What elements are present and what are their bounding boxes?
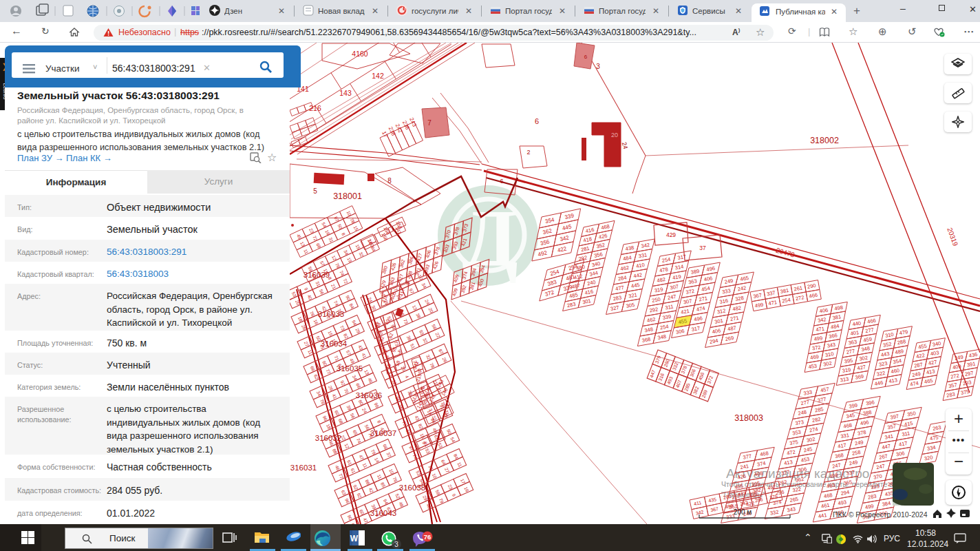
svg-text:245: 245: [803, 446, 813, 453]
svg-text:363: 363: [688, 278, 698, 285]
svg-text:301: 301: [582, 298, 592, 305]
svg-text:331: 331: [638, 251, 648, 259]
svg-text:416: 416: [584, 289, 594, 296]
svg-text:219: 219: [415, 373, 422, 382]
svg-text:2: 2: [526, 149, 530, 156]
svg-text:318001: 318001: [333, 191, 362, 201]
svg-text:8: 8: [376, 419, 382, 424]
svg-text:416: 416: [585, 227, 595, 234]
svg-text:348: 348: [657, 333, 667, 341]
svg-text:310: 310: [884, 331, 894, 339]
svg-text:417: 417: [898, 440, 908, 448]
svg-text:4160: 4160: [352, 50, 368, 58]
svg-text:92: 92: [379, 335, 385, 342]
svg-text:342: 342: [817, 316, 827, 324]
svg-text:465: 465: [924, 377, 933, 385]
svg-text:356: 356: [593, 251, 603, 259]
svg-text:372: 372: [544, 289, 555, 298]
svg-text:285: 285: [814, 406, 824, 413]
svg-text:468: 468: [823, 492, 833, 499]
svg-text:343: 343: [827, 342, 836, 349]
svg-text:37: 37: [699, 245, 706, 251]
svg-text:269: 269: [725, 335, 734, 342]
svg-text:446: 446: [874, 380, 884, 387]
svg-text:W: W: [350, 534, 359, 543]
svg-text:340: 340: [932, 340, 941, 348]
svg-text:11: 11: [303, 249, 309, 255]
svg-text:254: 254: [659, 323, 669, 331]
svg-text:302: 302: [806, 436, 816, 444]
svg-text:422: 422: [557, 245, 567, 253]
svg-text:457: 457: [820, 386, 830, 393]
svg-text:319: 319: [842, 366, 851, 374]
svg-text:333: 333: [803, 389, 813, 397]
svg-text:321: 321: [628, 291, 638, 299]
svg-text:499: 499: [864, 503, 874, 510]
svg-text:9: 9: [303, 287, 309, 291]
svg-text:427: 427: [857, 364, 866, 371]
svg-text:499: 499: [754, 302, 764, 309]
svg-text:477: 477: [615, 284, 625, 292]
svg-text:248: 248: [798, 409, 807, 417]
svg-text:242: 242: [737, 284, 747, 292]
svg-text:363: 363: [848, 339, 858, 346]
svg-text:343: 343: [787, 506, 796, 513]
svg-text:254: 254: [782, 297, 791, 304]
svg-text:484: 484: [830, 323, 840, 331]
svg-text:247: 247: [876, 463, 886, 470]
svg-text:483: 483: [826, 482, 835, 490]
svg-text:72: 72: [312, 235, 319, 242]
svg-text:319: 319: [654, 286, 663, 293]
svg-text:50: 50: [337, 223, 344, 230]
svg-text:413: 413: [888, 377, 898, 384]
svg-text:356: 356: [540, 238, 550, 247]
svg-text:354: 354: [893, 357, 902, 365]
svg-text:277: 277: [800, 399, 810, 406]
svg-text:277: 277: [846, 348, 855, 355]
svg-text:ПКК © Росреестр 2010-2024: ПКК © Росреестр 2010-2024: [833, 510, 928, 519]
svg-text:294: 294: [709, 337, 718, 345]
svg-text:316043: 316043: [370, 509, 396, 517]
svg-text:493: 493: [838, 499, 847, 506]
svg-text:484: 484: [623, 254, 632, 262]
svg-text:13: 13: [299, 241, 306, 248]
svg-text:496: 496: [860, 419, 869, 426]
svg-text:443: 443: [880, 351, 890, 358]
svg-text:462: 462: [646, 316, 656, 324]
svg-text:384: 384: [882, 500, 891, 508]
svg-text:316039: 316039: [303, 271, 330, 279]
svg-text:462: 462: [620, 264, 630, 272]
svg-text:413: 413: [784, 459, 793, 466]
svg-text:258: 258: [851, 449, 861, 457]
svg-text:415: 415: [904, 420, 913, 428]
svg-text:254: 254: [661, 256, 671, 264]
svg-text:318003: 318003: [734, 413, 763, 423]
svg-text:461: 461: [820, 502, 830, 510]
svg-text:6: 6: [500, 178, 503, 185]
svg-text:323: 323: [878, 360, 888, 368]
svg-text:426: 426: [598, 233, 608, 240]
svg-text:459: 459: [863, 336, 873, 344]
svg-text:350: 350: [907, 410, 917, 417]
svg-text:401: 401: [850, 329, 860, 337]
svg-text:465: 465: [740, 275, 749, 282]
svg-text:249: 249: [854, 439, 864, 446]
svg-text:317: 317: [691, 325, 701, 333]
svg-text:435: 435: [884, 490, 894, 497]
svg-text:310: 310: [824, 351, 834, 358]
svg-text:352: 352: [596, 242, 606, 249]
svg-text:354: 354: [544, 216, 555, 225]
svg-text:78: 78: [350, 218, 356, 225]
svg-text:142: 142: [372, 72, 384, 80]
svg-text:328: 328: [735, 295, 745, 302]
svg-text:68: 68: [315, 242, 322, 249]
svg-text:345: 345: [846, 412, 855, 419]
svg-text:435: 435: [708, 497, 717, 503]
svg-text:271: 271: [729, 315, 739, 322]
svg-text:240: 240: [586, 279, 596, 287]
svg-text:403: 403: [930, 349, 939, 357]
svg-text:411: 411: [693, 500, 701, 506]
svg-text:283: 283: [867, 493, 877, 501]
svg-text:316035: 316035: [337, 364, 363, 373]
svg-text:302: 302: [859, 355, 869, 362]
